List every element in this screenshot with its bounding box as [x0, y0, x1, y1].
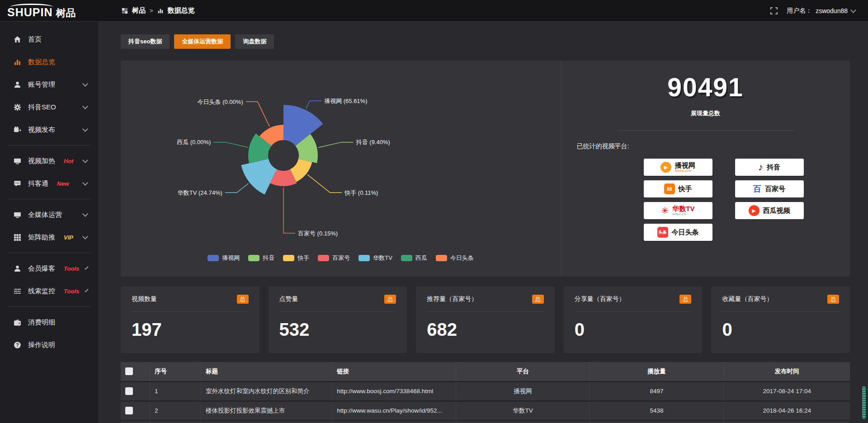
platform-badge-text: 华数TVwasu.cn — [672, 205, 694, 216]
breadcrumb-root[interactable]: 树品 — [132, 6, 146, 15]
chevron-down-icon — [82, 234, 88, 240]
fullscreen-icon[interactable] — [770, 7, 778, 14]
cell-time: 2017-08-24 17:04 — [724, 381, 850, 401]
row-select-cell — [121, 420, 150, 423]
platform-badge-label: 西瓜视频 — [763, 207, 790, 214]
stat-card-value: 682 — [427, 320, 544, 340]
sidebar-divider — [7, 199, 91, 199]
sidebar-item-douketong[interactable]: 抖客通New — [0, 172, 98, 195]
sidebar-item-data-overview[interactable]: 数据总览 — [0, 51, 98, 73]
chart-icon — [14, 58, 21, 66]
legend-item-西瓜[interactable]: 西瓜 — [401, 254, 427, 262]
total-badge: 总 — [679, 295, 691, 304]
platform-badge-douyin: ♪抖音 — [735, 159, 804, 176]
stat-card-1: 点赞量总532 — [269, 287, 407, 353]
sidebar-item-account[interactable]: 账号管理 — [0, 73, 98, 96]
tab-douyin-seo-data[interactable]: 抖音seo数据 — [121, 34, 170, 49]
platform-badge-label: 百家号 — [765, 185, 785, 193]
stat-card-title: 点赞量 — [279, 295, 298, 303]
chart-legend: 播视网抖音快手百家号华数TV西瓜今日头条 — [121, 254, 561, 262]
sidebar: 首页数据总览账号管理抖音SEO视频发布视频加热Hot抖客通New全媒体运营矩阵助… — [0, 22, 98, 423]
stat-card-title: 收藏量（百家号） — [722, 295, 773, 303]
toutiao-logo-icon: 头条 — [657, 227, 668, 238]
sidebar-item-label: 首页 — [28, 35, 42, 44]
sidebar-group: 会员爆客Tools线索监控Tools — [0, 257, 98, 302]
chevron-down-icon — [82, 126, 88, 132]
sliders-icon — [14, 287, 21, 295]
pie-label: 华数TV (24.74%) — [178, 189, 222, 196]
cell-title[interactable]: 楼体投影灯投影效果震撼上市 — [201, 401, 332, 420]
stat-card-header: 分享量（百家号）总 — [575, 287, 692, 312]
main-content: 抖音seo数据全媒体运营数据询盘数据 播视网 (65.61%)抖音 (9.40%… — [98, 22, 868, 423]
total-badge: 总 — [827, 295, 839, 304]
legend-item-抖音[interactable]: 抖音 — [248, 254, 274, 262]
row-checkbox[interactable] — [125, 387, 133, 395]
username-value: zswodun88 — [816, 7, 848, 14]
sidebar-item-home[interactable]: 首页 — [0, 28, 98, 51]
platform-badge-sub: wasu.cn — [672, 212, 685, 216]
legend-label: 华数TV — [373, 254, 392, 262]
window-icon — [122, 8, 128, 14]
legend-chip — [208, 255, 219, 261]
sidebar-group: 消费明细?操作说明 — [0, 311, 98, 356]
stat-card-0: 视频数量总197 — [121, 287, 259, 353]
sidebar-item-consume-detail[interactable]: 消费明细 — [0, 311, 98, 334]
pie-label-line — [306, 101, 321, 108]
sidebar-item-matrix-boost[interactable]: 矩阵助推VIP — [0, 226, 98, 249]
tab-inquiry-data[interactable]: 询盘数据 — [235, 34, 274, 49]
cell-plays: 5438 — [590, 401, 724, 420]
sidebar-item-label: 矩阵助推 — [28, 233, 55, 242]
column-header-3: 平台 — [456, 362, 590, 381]
legend-item-华数TV[interactable]: 华数TV — [359, 254, 392, 262]
breadcrumb-current[interactable]: 数据总览 — [168, 6, 195, 15]
cell-empty — [590, 420, 724, 423]
platform-badge-text: 西瓜视频 — [763, 207, 790, 214]
select-all-cell — [121, 362, 150, 381]
column-header-1: 标题 — [201, 362, 332, 381]
legend-item-百家号[interactable]: 百家号 — [318, 254, 350, 262]
legend-item-播视网[interactable]: 播视网 — [208, 254, 240, 262]
baijiahao-logo-icon: 百 — [753, 183, 761, 194]
sidebar-item-badge: Tools — [64, 265, 79, 272]
cell-title[interactable]: 室外水纹灯和室内水纹灯的区别和简介 — [201, 381, 332, 401]
legend-item-今日头条[interactable]: 今日头条 — [436, 254, 474, 262]
cell-num: 1 — [150, 381, 201, 401]
overview-panel: 播视网 (65.61%)抖音 (9.40%)快手 (0.11%)百家号 (0.1… — [121, 61, 850, 277]
boosj-logo-icon: ▶ — [660, 162, 671, 173]
pie-label: 百家号 (0.15%) — [298, 230, 338, 237]
cell-link[interactable]: http://www.wasu.cn/Play/show/id/952... — [332, 401, 456, 420]
sidebar-item-label: 会员爆客 — [28, 264, 55, 273]
stat-card-title: 推荐量（百家号） — [427, 295, 477, 303]
pie-label: 抖音 (9.40%) — [356, 139, 390, 146]
cell-empty — [150, 420, 201, 423]
user-icon — [14, 265, 21, 273]
stat-card-title: 分享量（百家号） — [575, 295, 625, 303]
sidebar-divider — [7, 145, 91, 146]
legend-chip — [318, 255, 329, 261]
breadcrumb-separator: > — [150, 7, 153, 14]
sidebar-item-douyin-seo[interactable]: 抖音SEO — [0, 96, 98, 118]
legend-item-快手[interactable]: 快手 — [283, 254, 309, 262]
pie-label-line — [246, 102, 269, 127]
pie-chart-area: 播视网 (65.61%)抖音 (9.40%)快手 (0.11%)百家号 (0.1… — [121, 61, 561, 277]
sidebar-item-label: 数据总览 — [28, 58, 55, 66]
page-scrollbar-thumb[interactable] — [862, 386, 866, 419]
sidebar-item-media-ops[interactable]: 全媒体运营 — [0, 203, 98, 226]
sidebar-item-member-boom[interactable]: 会员爆客Tools — [0, 257, 98, 280]
legend-chip — [248, 255, 259, 261]
user-menu[interactable]: 用户名：zswodun88 — [787, 7, 855, 15]
pie-slice-华数TV[interactable] — [241, 159, 277, 195]
sidebar-item-video-publish[interactable]: 视频发布 — [0, 118, 98, 141]
legend-label: 西瓜 — [415, 254, 427, 262]
legend-chip — [401, 255, 412, 261]
app-logo[interactable]: SHUPIN 树品 — [7, 3, 75, 18]
chevron-down-icon — [85, 266, 88, 269]
cell-link[interactable]: http://www.boosj.com/7338468.html — [332, 381, 456, 401]
sidebar-item-help[interactable]: ?操作说明 — [0, 334, 98, 356]
tab-media-ops-data[interactable]: 全媒体运营数据 — [174, 34, 231, 49]
stat-card-header: 推荐量（百家号）总 — [427, 287, 544, 312]
sidebar-item-clue-monitor[interactable]: 线索监控Tools — [0, 280, 98, 302]
select-all-checkbox[interactable] — [125, 367, 133, 375]
sidebar-item-video-heat[interactable]: 视频加热Hot — [0, 150, 98, 172]
row-checkbox[interactable] — [125, 407, 133, 414]
